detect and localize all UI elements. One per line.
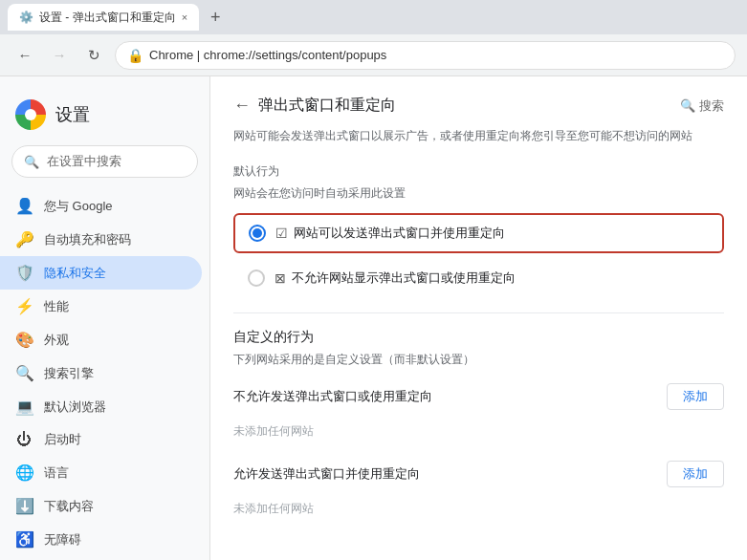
accessibility-icon: ♿ — [15, 530, 33, 549]
option-block-label: 不允许网站显示弹出式窗口或使用重定向 — [292, 269, 516, 287]
tab-close-icon[interactable]: × — [182, 11, 187, 23]
sidebar-item-language[interactable]: 🌐 语言 — [0, 456, 202, 489]
content-search-label: 搜索 — [699, 97, 724, 115]
block-list: 不允许发送弹出式窗口或使用重定向 添加 未添加任何网站 — [233, 383, 724, 445]
sidebar-item-accessibility[interactable]: ♿ 无障碍 — [0, 523, 202, 556]
sidebar-item-label: 无障碍 — [44, 531, 81, 549]
performance-icon: ⚡ — [15, 297, 33, 315]
content-area: ← 弹出式窗口和重定向 🔍 搜索 网站可能会发送弹出式窗口以展示广告，或者使用重… — [210, 76, 747, 560]
sidebar: 设置 🔍 在设置中搜索 👤 您与 Google 🔑 自动填充和密码 🛡️ 隐私和… — [0, 76, 210, 560]
lock-icon: 🔒 — [127, 48, 143, 63]
sidebar-item-label: 您与 Google — [44, 198, 113, 215]
language-icon: 🌐 — [15, 463, 33, 482]
allow-list-add-button[interactable]: 添加 — [667, 461, 724, 487]
sidebar-logo: 设置 — [0, 92, 209, 145]
allow-list: 允许发送弹出式窗口并使用重定向 添加 未添加任何网站 — [233, 461, 724, 523]
sidebar-item-google[interactable]: 👤 您与 Google — [0, 189, 202, 223]
content-back-button[interactable]: ← — [233, 96, 251, 116]
blocked-icon: ⊠ — [275, 270, 286, 286]
radio-block[interactable] — [248, 269, 265, 287]
block-list-label: 不允许发送弹出式窗口或使用重定向 — [233, 388, 432, 405]
browser-icon: 💻 — [15, 398, 33, 416]
sidebar-item-system[interactable]: 🔧 系统 — [0, 556, 202, 560]
page-description: 网站可能会发送弹出式窗口以展示广告，或者使用重定向将您引导至您可能不想访问的网站 — [233, 127, 724, 144]
sidebar-item-label: 自动填充和密码 — [44, 231, 131, 248]
sidebar-item-label: 外观 — [44, 332, 69, 349]
person-icon: 👤 — [15, 197, 33, 215]
section-divider — [233, 312, 724, 313]
chrome-logo-icon — [15, 99, 46, 130]
content-header-left: ← 弹出式窗口和重定向 — [233, 96, 396, 116]
sidebar-item-autofill[interactable]: 🔑 自动填充和密码 — [0, 223, 202, 256]
option-allow-text: ☑ 网站可以发送弹出式窗口并使用重定向 — [275, 225, 505, 242]
sidebar-item-label: 下载内容 — [44, 498, 94, 515]
custom-section-sub: 下列网站采用的是自定义设置（而非默认设置） — [233, 352, 724, 368]
allow-list-header: 允许发送弹出式窗口并使用重定向 添加 — [233, 461, 724, 487]
option-block[interactable]: ⊠ 不允许网站显示弹出式窗口或使用重定向 — [233, 259, 724, 297]
sidebar-item-downloads[interactable]: ⬇️ 下载内容 — [0, 489, 202, 523]
startup-icon: ⏻ — [15, 431, 33, 448]
search-icon: 🔍 — [24, 155, 39, 169]
active-tab[interactable]: ⚙️ 设置 - 弹出式窗口和重定向 × — [8, 4, 199, 31]
refresh-button[interactable]: ↻ — [80, 42, 107, 69]
option-allow-label: 网站可以发送弹出式窗口并使用重定向 — [294, 225, 505, 242]
sidebar-item-performance[interactable]: ⚡ 性能 — [0, 290, 202, 323]
option-allow[interactable]: ☑ 网站可以发送弹出式窗口并使用重定向 — [233, 213, 724, 253]
page-title: 弹出式窗口和重定向 — [258, 96, 396, 116]
options-group: ☑ 网站可以发送弹出式窗口并使用重定向 ⊠ 不允许网站显示弹出式窗口或使用重定向 — [233, 213, 724, 297]
sidebar-item-label: 启动时 — [44, 431, 81, 448]
autofill-icon: 🔑 — [15, 230, 33, 248]
appearance-icon: 🎨 — [15, 331, 33, 349]
main-layout: 设置 🔍 在设置中搜索 👤 您与 Google 🔑 自动填充和密码 🛡️ 隐私和… — [0, 76, 747, 560]
search-icon: 🔍 — [680, 98, 695, 113]
sidebar-item-appearance[interactable]: 🎨 外观 — [0, 323, 202, 356]
sidebar-title: 设置 — [55, 103, 90, 126]
block-list-header: 不允许发送弹出式窗口或使用重定向 添加 — [233, 383, 724, 410]
tab-label: 设置 - 弹出式窗口和重定向 — [39, 10, 176, 26]
default-behavior-desc: 网站会在您访问时自动采用此设置 — [233, 185, 724, 202]
sidebar-search[interactable]: 🔍 在设置中搜索 — [11, 145, 198, 178]
new-tab-button[interactable]: + — [210, 8, 221, 28]
sidebar-item-label: 语言 — [44, 464, 69, 482]
radio-allow[interactable] — [249, 225, 266, 242]
content-search-button[interactable]: 🔍 搜索 — [680, 97, 724, 115]
forward-button[interactable]: → — [46, 42, 73, 69]
checkbox-icon: ☑ — [275, 226, 288, 241]
back-button[interactable]: ← — [11, 42, 38, 69]
sidebar-item-search[interactable]: 🔍 搜索引擎 — [0, 356, 202, 390]
custom-section-title: 自定义的行为 — [233, 329, 724, 346]
sidebar-item-default-browser[interactable]: 💻 默认浏览器 — [0, 390, 202, 423]
shield-icon: 🛡️ — [15, 264, 33, 282]
navbar: ← → ↻ 🔒 Chrome | chrome://settings/conte… — [0, 34, 747, 76]
sidebar-item-privacy[interactable]: 🛡️ 隐私和安全 — [0, 256, 202, 290]
allow-list-label: 允许发送弹出式窗口并使用重定向 — [233, 465, 420, 483]
sidebar-item-label: 搜索引擎 — [44, 365, 94, 382]
search-engine-icon: 🔍 — [15, 364, 33, 382]
block-list-add-button[interactable]: 添加 — [667, 383, 724, 410]
sidebar-item-startup[interactable]: ⏻ 启动时 — [0, 423, 202, 456]
address-text: Chrome | chrome://settings/content/popup… — [149, 48, 386, 62]
radio-allow-inner — [253, 228, 262, 238]
sidebar-item-label: 隐私和安全 — [44, 265, 106, 282]
download-icon: ⬇️ — [15, 497, 33, 515]
address-bar[interactable]: 🔒 Chrome | chrome://settings/content/pop… — [115, 41, 736, 70]
sidebar-item-label: 性能 — [44, 298, 69, 315]
default-behavior-label: 默认行为 — [233, 163, 724, 180]
block-list-empty: 未添加任何网站 — [233, 418, 724, 445]
sidebar-item-label: 默认浏览器 — [44, 398, 106, 416]
titlebar: ⚙️ 设置 - 弹出式窗口和重定向 × + — [0, 0, 747, 34]
option-block-text: ⊠ 不允许网站显示弹出式窗口或使用重定向 — [275, 269, 516, 287]
search-placeholder: 在设置中搜索 — [47, 153, 121, 170]
content-header: ← 弹出式窗口和重定向 🔍 搜索 — [233, 96, 724, 116]
allow-list-empty: 未添加任何网站 — [233, 495, 724, 523]
